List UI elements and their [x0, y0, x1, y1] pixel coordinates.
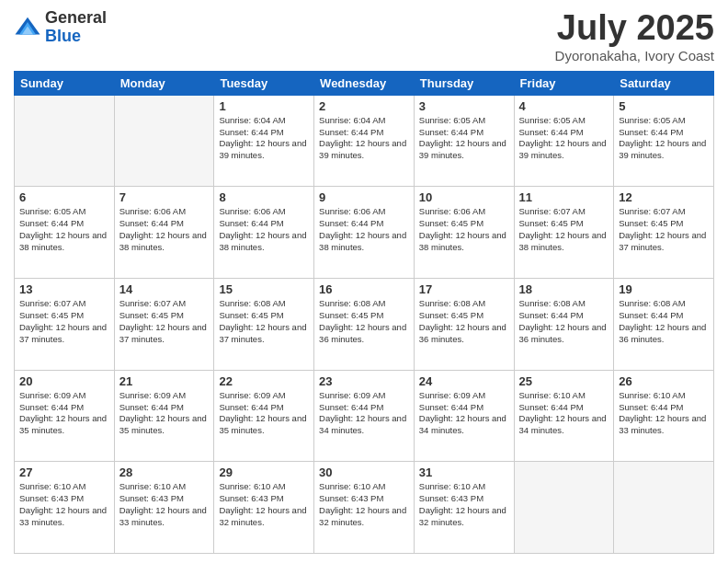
day-info: Sunrise: 6:10 AM Sunset: 6:44 PM Dayligh… [619, 390, 709, 437]
calendar-week-2: 6Sunrise: 6:05 AM Sunset: 6:44 PM Daylig… [15, 187, 714, 279]
subtitle: Dyoronakaha, Ivory Coast [555, 48, 714, 63]
calendar-cell: 25Sunrise: 6:10 AM Sunset: 6:44 PM Dayli… [514, 370, 614, 462]
day-number: 7 [119, 190, 210, 204]
day-info: Sunrise: 6:09 AM Sunset: 6:44 PM Dayligh… [119, 390, 210, 437]
calendar-cell: 14Sunrise: 6:07 AM Sunset: 6:45 PM Dayli… [114, 279, 214, 371]
day-number: 24 [419, 374, 509, 388]
calendar-week-3: 13Sunrise: 6:07 AM Sunset: 6:45 PM Dayli… [15, 279, 714, 371]
day-info: Sunrise: 6:10 AM Sunset: 6:43 PM Dayligh… [219, 481, 309, 528]
day-info: Sunrise: 6:08 AM Sunset: 6:45 PM Dayligh… [219, 298, 309, 345]
col-header-tuesday: Tuesday [214, 71, 314, 95]
title-block: July 2025 Dyoronakaha, Ivory Coast [555, 9, 714, 63]
day-number: 10 [419, 190, 509, 204]
day-info: Sunrise: 6:09 AM Sunset: 6:44 PM Dayligh… [319, 390, 409, 437]
calendar-cell: 10Sunrise: 6:06 AM Sunset: 6:45 PM Dayli… [414, 187, 514, 279]
day-info: Sunrise: 6:10 AM Sunset: 6:43 PM Dayligh… [419, 481, 509, 528]
calendar-table: SundayMondayTuesdayWednesdayThursdayFrid… [14, 71, 714, 554]
day-number: 11 [519, 190, 609, 204]
calendar-cell: 19Sunrise: 6:08 AM Sunset: 6:44 PM Dayli… [614, 279, 714, 371]
day-info: Sunrise: 6:08 AM Sunset: 6:44 PM Dayligh… [619, 298, 709, 345]
day-number: 31 [419, 465, 509, 479]
day-number: 28 [119, 465, 210, 479]
day-number: 18 [519, 282, 609, 296]
day-info: Sunrise: 6:05 AM Sunset: 6:44 PM Dayligh… [519, 115, 609, 162]
day-info: Sunrise: 6:07 AM Sunset: 6:45 PM Dayligh… [619, 206, 709, 253]
day-number: 17 [419, 282, 509, 296]
page: General Blue July 2025 Dyoronakaha, Ivor… [0, 0, 728, 563]
day-number: 4 [519, 99, 609, 113]
day-number: 26 [619, 374, 709, 388]
main-title: July 2025 [555, 9, 714, 48]
calendar-cell: 16Sunrise: 6:08 AM Sunset: 6:45 PM Dayli… [314, 279, 415, 371]
calendar-cell: 17Sunrise: 6:08 AM Sunset: 6:45 PM Dayli… [414, 279, 514, 371]
day-number: 2 [319, 99, 409, 113]
day-number: 5 [619, 99, 709, 113]
calendar-cell: 4Sunrise: 6:05 AM Sunset: 6:44 PM Daylig… [514, 95, 614, 187]
day-number: 15 [219, 282, 309, 296]
calendar-cell: 13Sunrise: 6:07 AM Sunset: 6:45 PM Dayli… [15, 279, 115, 371]
calendar-cell: 27Sunrise: 6:10 AM Sunset: 6:43 PM Dayli… [15, 462, 115, 554]
col-header-monday: Monday [114, 71, 214, 95]
day-info: Sunrise: 6:10 AM Sunset: 6:43 PM Dayligh… [119, 481, 210, 528]
calendar-cell: 23Sunrise: 6:09 AM Sunset: 6:44 PM Dayli… [314, 370, 415, 462]
day-info: Sunrise: 6:09 AM Sunset: 6:44 PM Dayligh… [19, 390, 109, 437]
calendar-cell: 30Sunrise: 6:10 AM Sunset: 6:43 PM Dayli… [314, 462, 415, 554]
day-info: Sunrise: 6:05 AM Sunset: 6:44 PM Dayligh… [19, 206, 109, 253]
day-number: 13 [19, 282, 109, 296]
calendar-cell: 3Sunrise: 6:05 AM Sunset: 6:44 PM Daylig… [414, 95, 514, 187]
calendar-cell [114, 95, 214, 187]
day-number: 23 [319, 374, 409, 388]
calendar-cell [15, 95, 115, 187]
day-info: Sunrise: 6:05 AM Sunset: 6:44 PM Dayligh… [619, 115, 709, 162]
logo: General Blue [14, 9, 107, 46]
calendar-week-5: 27Sunrise: 6:10 AM Sunset: 6:43 PM Dayli… [15, 462, 714, 554]
calendar-header-row: SundayMondayTuesdayWednesdayThursdayFrid… [15, 71, 714, 95]
calendar-cell: 20Sunrise: 6:09 AM Sunset: 6:44 PM Dayli… [15, 370, 115, 462]
calendar-cell: 18Sunrise: 6:08 AM Sunset: 6:44 PM Dayli… [514, 279, 614, 371]
day-info: Sunrise: 6:06 AM Sunset: 6:44 PM Dayligh… [119, 206, 210, 253]
day-number: 12 [619, 190, 709, 204]
day-number: 20 [19, 374, 109, 388]
header: General Blue July 2025 Dyoronakaha, Ivor… [14, 9, 714, 63]
calendar-week-1: 1Sunrise: 6:04 AM Sunset: 6:44 PM Daylig… [15, 95, 714, 187]
calendar-cell: 22Sunrise: 6:09 AM Sunset: 6:44 PM Dayli… [214, 370, 314, 462]
day-info: Sunrise: 6:04 AM Sunset: 6:44 PM Dayligh… [219, 115, 309, 162]
day-info: Sunrise: 6:07 AM Sunset: 6:45 PM Dayligh… [519, 206, 609, 253]
calendar-cell: 5Sunrise: 6:05 AM Sunset: 6:44 PM Daylig… [614, 95, 714, 187]
day-info: Sunrise: 6:10 AM Sunset: 6:43 PM Dayligh… [319, 481, 409, 528]
day-info: Sunrise: 6:10 AM Sunset: 6:44 PM Dayligh… [519, 390, 609, 437]
col-header-saturday: Saturday [614, 71, 714, 95]
calendar-cell: 8Sunrise: 6:06 AM Sunset: 6:44 PM Daylig… [214, 187, 314, 279]
day-info: Sunrise: 6:07 AM Sunset: 6:45 PM Dayligh… [19, 298, 109, 345]
day-number: 9 [319, 190, 409, 204]
day-info: Sunrise: 6:09 AM Sunset: 6:44 PM Dayligh… [419, 390, 509, 437]
day-number: 14 [119, 282, 210, 296]
logo-general: General [45, 8, 107, 27]
day-number: 22 [219, 374, 309, 388]
calendar-cell: 31Sunrise: 6:10 AM Sunset: 6:43 PM Dayli… [414, 462, 514, 554]
calendar-cell: 7Sunrise: 6:06 AM Sunset: 6:44 PM Daylig… [114, 187, 214, 279]
day-info: Sunrise: 6:06 AM Sunset: 6:44 PM Dayligh… [219, 206, 309, 253]
calendar-cell [514, 462, 614, 554]
day-number: 1 [219, 99, 309, 113]
day-number: 27 [19, 465, 109, 479]
day-info: Sunrise: 6:04 AM Sunset: 6:44 PM Dayligh… [319, 115, 409, 162]
day-info: Sunrise: 6:07 AM Sunset: 6:45 PM Dayligh… [119, 298, 210, 345]
day-number: 30 [319, 465, 409, 479]
logo-text: General Blue [45, 9, 107, 46]
col-header-thursday: Thursday [414, 71, 514, 95]
day-info: Sunrise: 6:06 AM Sunset: 6:44 PM Dayligh… [319, 206, 409, 253]
logo-blue: Blue [45, 27, 81, 45]
calendar-cell: 2Sunrise: 6:04 AM Sunset: 6:44 PM Daylig… [314, 95, 415, 187]
calendar-cell: 29Sunrise: 6:10 AM Sunset: 6:43 PM Dayli… [214, 462, 314, 554]
calendar-cell: 12Sunrise: 6:07 AM Sunset: 6:45 PM Dayli… [614, 187, 714, 279]
day-info: Sunrise: 6:08 AM Sunset: 6:45 PM Dayligh… [319, 298, 409, 345]
calendar-cell: 28Sunrise: 6:10 AM Sunset: 6:43 PM Dayli… [114, 462, 214, 554]
day-info: Sunrise: 6:05 AM Sunset: 6:44 PM Dayligh… [419, 115, 509, 162]
day-info: Sunrise: 6:09 AM Sunset: 6:44 PM Dayligh… [219, 390, 309, 437]
calendar-cell: 6Sunrise: 6:05 AM Sunset: 6:44 PM Daylig… [15, 187, 115, 279]
day-number: 29 [219, 465, 309, 479]
day-number: 6 [19, 190, 109, 204]
day-number: 16 [319, 282, 409, 296]
day-number: 25 [519, 374, 609, 388]
